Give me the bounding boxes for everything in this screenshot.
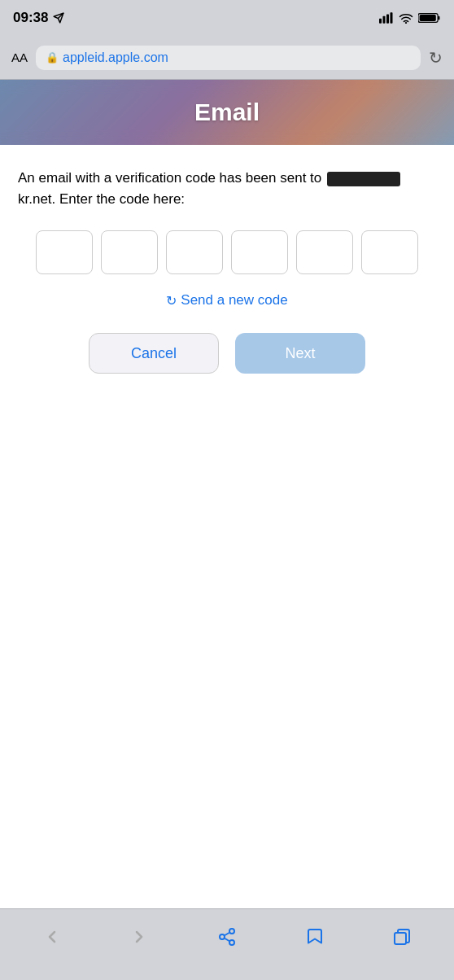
status-icons (379, 12, 441, 24)
time-display: 09:38 (13, 10, 48, 26)
lock-icon: 🔒 (46, 51, 59, 63)
browser-bar: AA 🔒 appleid.apple.com ↻ (0, 36, 454, 80)
status-bar: 09:38 (0, 0, 454, 36)
content-spacer (0, 650, 454, 909)
browser-toolbar (0, 908, 454, 980)
redacted-email (327, 172, 400, 186)
page-title: Email (194, 98, 260, 126)
send-new-code-link[interactable]: Send a new code (181, 292, 287, 308)
tabs-button[interactable] (384, 919, 420, 955)
code-input-6[interactable] (361, 230, 418, 274)
svg-point-5 (405, 22, 407, 24)
main-content: An email with a verification code has be… (0, 145, 454, 650)
code-input-3[interactable] (166, 230, 223, 274)
forward-button[interactable] (121, 919, 157, 955)
page-header: Email (0, 80, 454, 145)
code-input-1[interactable] (36, 230, 93, 274)
location-icon (53, 12, 64, 24)
svg-rect-3 (386, 15, 389, 24)
forward-icon (129, 927, 149, 947)
description-text: An email with a verification code has be… (18, 168, 436, 209)
desc-start: An email with a verification code has be… (18, 170, 321, 186)
svg-rect-9 (395, 933, 406, 944)
send-code-row: ↻ Send a new code (18, 292, 436, 308)
share-icon (217, 927, 237, 947)
bookmarks-button[interactable] (297, 919, 333, 955)
svg-rect-7 (438, 16, 439, 20)
back-button[interactable] (34, 919, 70, 955)
refresh-icon: ↻ (166, 293, 177, 308)
code-input-5[interactable] (296, 230, 353, 274)
svg-rect-1 (379, 19, 382, 24)
svg-rect-8 (420, 15, 436, 21)
status-time: 09:38 (13, 10, 64, 26)
code-input-4[interactable] (231, 230, 288, 274)
desc-end: kr.net. Enter the code here: (18, 191, 185, 207)
code-input-group (18, 230, 436, 274)
signal-icon (379, 12, 394, 24)
cancel-button[interactable]: Cancel (89, 333, 219, 374)
buttons-row: Cancel Next (18, 333, 436, 374)
tabs-icon (392, 927, 412, 947)
bookmarks-icon (305, 927, 325, 947)
url-text: appleid.apple.com (63, 50, 168, 65)
browser-aa-button[interactable]: AA (11, 50, 28, 64)
share-button[interactable] (209, 919, 245, 955)
svg-rect-2 (383, 16, 386, 24)
svg-rect-4 (391, 12, 393, 24)
reload-button[interactable]: ↻ (429, 48, 443, 68)
url-bar[interactable]: 🔒 appleid.apple.com (36, 46, 421, 70)
code-input-2[interactable] (101, 230, 158, 274)
battery-icon (418, 12, 441, 24)
back-icon (42, 927, 62, 947)
next-button[interactable]: Next (235, 333, 365, 374)
wifi-icon (399, 12, 413, 24)
